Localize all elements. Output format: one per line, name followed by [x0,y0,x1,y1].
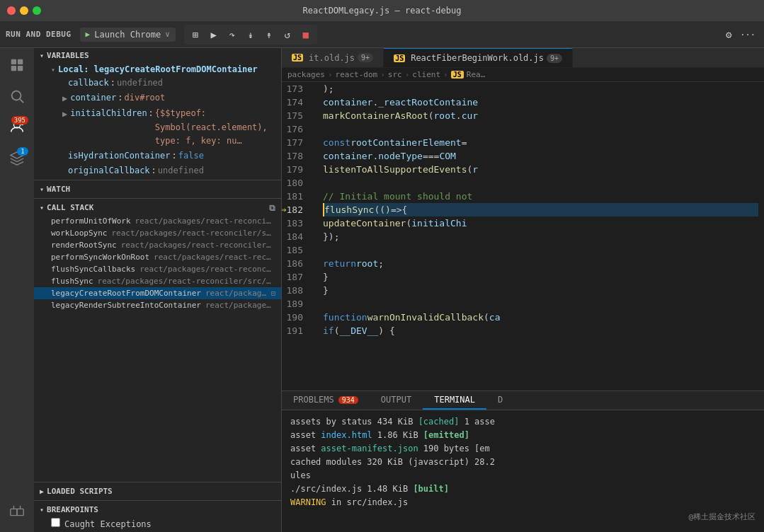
breakpoints-header[interactable]: ▾ BREAKPOINTS [34,502,281,517]
tab-terminal[interactable]: TERMINAL [423,391,486,410]
code-editor[interactable]: 173 174 175 176 177 178 179 180 181 ⇒ 18… [282,82,764,391]
loaded-scripts-section: ▶ LOADED SCRIPTS [34,484,281,499]
tab-label: PROBLEMS [293,395,334,405]
code-line: return root; [323,257,758,270]
panel-divider-4 [34,500,281,501]
caught-exceptions-checkbox[interactable] [51,518,60,527]
bottom-panel: PROBLEMS 934 OUTPUT TERMINAL D assets by… [282,391,764,532]
code-line: const rootContainerElement = [323,136,758,149]
code-line: function warnOnInvalidCallback(ca [323,311,758,324]
settings-icon[interactable]: ⚙ [723,26,734,43]
line-numbers: 173 174 175 176 177 178 179 180 181 ⇒ 18… [282,82,317,391]
debug-toolbar: RUN AND DEBUG ▶ Launch Chrome ∨ ⊞ ▶ ↷ ↡ … [0,21,764,48]
stack-frame-name: workLoopSync [51,229,107,238]
local-scope-header[interactable]: ▾ Local: legacyCreateRootFromDOMContaine… [34,63,281,76]
step-into-button[interactable]: ↡ [242,26,259,43]
window-controls[interactable] [7,6,41,15]
stack-frame-name: flushSyncCallbacks [51,265,135,274]
var-container[interactable]: ▶ container : div#root [34,91,281,106]
continue-button[interactable]: ▶ [205,26,222,43]
debug-badge: 395 [11,116,28,125]
terminal-content: assets by status 434 KiB [cached] 1 asse… [282,410,764,532]
code-line: if (__DEV__) { [323,324,758,337]
call-stack-title: CALL STACK [47,203,93,212]
tab-problems[interactable]: PROBLEMS 934 [282,391,370,410]
stack-frame-path: react/packages/react-reconciler/src/Reac… [111,229,275,238]
step-over-button[interactable]: ↷ [224,26,241,43]
more-actions-button[interactable]: ··· [737,27,758,42]
tabs-bar: JS it.old.js 9+ JS ReactFiberBeginWork.o… [282,48,764,68]
call-stack-item[interactable]: performSyncWorkOnRoot react/packages/rea… [34,251,281,263]
launch-config-button[interactable]: ▶ Launch Chrome ∨ [80,28,176,42]
call-stack-item[interactable]: flushSyncCallbacks react/packages/react-… [34,263,281,275]
local-chevron-icon: ▾ [51,66,55,74]
sidebar-item-explorer[interactable] [3,51,31,79]
restart-button[interactable]: ↺ [279,26,296,43]
var-isHydrationContainer[interactable]: isHydrationContainer : false [34,149,281,163]
call-stack-item-selected[interactable]: legacyCreateRootFromDOMContainer react/p… [34,287,281,299]
sidebar-item-debug[interactable]: 395 [3,113,31,141]
sidebar-item-run[interactable]: 1 [3,144,31,173]
tab-it-old[interactable]: JS it.old.js 9+ [282,49,384,67]
copy-icon[interactable]: ⧉ [269,203,275,213]
line-num: 178 [282,149,309,163]
watch-chevron-icon: ▾ [40,185,44,193]
var-value: div#root [125,91,166,105]
code-line: }); [323,230,758,243]
stack-frame-path: react/packages/react-reconciler/src/Reac… [154,253,275,262]
close-button[interactable] [7,6,16,15]
tab-output[interactable]: OUTPUT [370,391,423,410]
grid-icon[interactable]: ⊞ [187,26,204,43]
panel-divider-3 [34,482,281,482]
code-line: } [323,270,758,284]
stack-frame-name: flushSync [51,277,93,286]
watermark: @稀土掘金技术社区 [290,511,756,524]
tab-label: it.old.js [309,53,355,63]
call-stack-item[interactable]: workLoopSync react/packages/react-reconc… [34,227,281,239]
breakpoints-title: BREAKPOINTS [47,505,98,514]
stop-button[interactable]: ■ [297,26,314,43]
tab-badge: 9+ [358,53,373,62]
sidebar-item-extensions[interactable] [3,498,31,526]
breakpoint-caught-exceptions[interactable]: Caught Exceptions [34,517,281,532]
debug-actions-toolbar: ⊞ ▶ ↷ ↡ ↟ ↺ ■ [184,25,317,45]
loaded-scripts-header[interactable]: ▶ LOADED SCRIPTS [34,484,281,499]
call-stack-item[interactable]: renderRootSync react/packages/react-reco… [34,239,281,251]
var-originalCallback[interactable]: originalCallback : undefined [34,163,281,178]
var-value: {$$typeof: Symbol(react.element), type: … [155,107,281,148]
variables-section-header[interactable]: ▾ VARIABLES [34,48,281,63]
js-icon: JS [394,54,405,62]
minimize-button[interactable] [20,6,28,15]
breadcrumb-part: Rea… [467,70,486,79]
svg-rect-2 [11,66,16,71]
stack-frame-name: performSyncWorkOnRoot [51,253,149,262]
call-stack-item[interactable]: flushSync react/packages/react-reconcile… [34,275,281,287]
call-stack-item[interactable]: performUnitOfWork react/packages/react-r… [34,215,281,227]
var-value: undefined [158,164,204,178]
local-scope-label: Local: legacyCreateRootFromDOMContainer [58,64,258,74]
breadcrumb-part: react-dom [336,70,378,79]
watch-section-header[interactable]: ▾ WATCH [34,182,281,197]
var-callback[interactable]: callback : undefined [34,76,281,91]
activity-bar: 395 1 [0,48,34,532]
step-out-button[interactable]: ↟ [261,26,278,43]
tab-label: OUTPUT [381,395,411,405]
loaded-scripts-title: LOADED SCRIPTS [47,487,113,496]
call-stack-item[interactable]: legacyRenderSubtreeIntoContainer react/p… [34,299,281,311]
sidebar: ▾ VARIABLES ▾ Local: legacyCreateRootFro… [34,48,282,532]
breakpoints-section: ▾ BREAKPOINTS Caught Exceptions [34,502,281,532]
stack-frame-name: legacyRenderSubtreeIntoContainer [51,301,201,310]
sidebar-header-label: RUN AND DEBUG [6,30,72,39]
tab-reactfiberbeginwork[interactable]: JS ReactFiberBeginWork.old.js 9+ [384,48,573,67]
sidebar-item-search[interactable] [3,82,31,110]
line-num: 190 [282,311,309,324]
terminal-line: asset asset-manifest.json 190 bytes [em [290,442,756,455]
maximize-button[interactable] [33,6,41,15]
var-initialChildren[interactable]: ▶ initialChildren : {$$typeof: Symbol(re… [34,106,281,149]
code-line: ); [323,82,758,96]
stack-frame-path: react/packages/react-reconciler/src/Reac… [139,265,275,274]
var-value: false [178,149,204,163]
terminal-line: WARNING in src/index.js [290,496,756,509]
tab-d[interactable]: D [486,391,514,410]
call-stack-section-header[interactable]: ▾ CALL STACK ⧉ [34,200,281,215]
